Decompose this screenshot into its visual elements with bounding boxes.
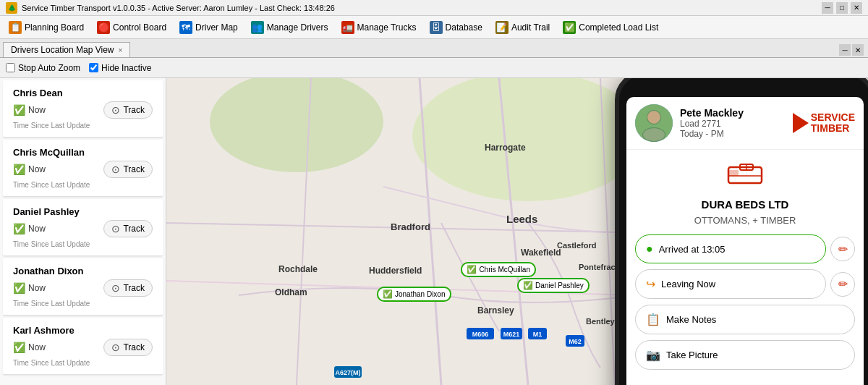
close-button[interactable]: ✕ (851, 2, 862, 14)
driver-status-4: ✅ Now (13, 342, 46, 353)
svg-text:M621: M621 (503, 331, 520, 338)
svg-point-45 (643, 128, 665, 141)
pin-label-chris-mcquillan: Chris McQuillan (479, 266, 530, 274)
manage-trucks-label: Manage Trucks (357, 22, 417, 33)
menu-driver-map[interactable]: 🗺 Driver Map (174, 18, 244, 37)
restore-button[interactable]: □ (836, 2, 848, 14)
track-label-4: Track (123, 342, 145, 352)
menu-database[interactable]: 🗄 Database (424, 18, 488, 37)
logo-triangle (793, 113, 809, 133)
driver-status-1: ✅ Now (13, 164, 46, 175)
stop-auto-zoom-checkbox[interactable] (6, 63, 15, 72)
driver-card-karl-ashmore: Karl Ashmore ✅ Now ⊙ Track Time Since La… (3, 318, 163, 375)
driver-card-jonathan-dixon: Jonathan Dixon ✅ Now ⊙ Track Time Since … (3, 258, 163, 316)
minimize-button[interactable]: ─ (822, 2, 833, 14)
menu-bar: 📋 Planning Board 🔴 Control Board 🗺 Drive… (0, 16, 868, 39)
svg-text:Wakefield: Wakefield (521, 248, 561, 258)
app-title: Service Timber Transport v1.0.0.35 - Act… (22, 4, 335, 12)
track-icon-3: ⊙ (111, 282, 120, 294)
arrived-edit-button[interactable]: ✏ (830, 237, 855, 261)
status-icon-0: ✅ (13, 104, 25, 116)
menu-completed-load-list[interactable]: ✅ Completed Load List (557, 18, 664, 37)
map-pin-daniel-pashley[interactable]: ✅ Daniel Pashley (517, 278, 590, 293)
take-picture-button[interactable]: 📷 Take Picture (635, 340, 855, 370)
action-row-arrived: ● Arrived at 13:05 ✏ (635, 234, 855, 263)
phone-order-desc: OTTOMANS, + TIMBER (635, 215, 855, 226)
phone-overlay: Pete Mackley Load 2771 Today - PM SERVIC… (600, 78, 868, 385)
make-notes-button[interactable]: 📋 Make Notes (635, 305, 855, 334)
driver-card-row-3: ✅ Now ⊙ Track (13, 279, 153, 297)
drivers-sidebar: Chris Dean ✅ Now ⊙ Track Time Since Last… (0, 78, 166, 385)
planning-board-label: Planning Board (25, 22, 84, 33)
hide-inactive-label[interactable]: Hide Inactive (89, 63, 151, 73)
tab-bar-minimize[interactable]: ─ (839, 44, 851, 56)
status-icon-1: ✅ (13, 164, 25, 175)
track-button-3[interactable]: ⊙ Track (103, 279, 153, 297)
tab-bar-close[interactable]: ✕ (852, 44, 864, 56)
track-button-4[interactable]: ⊙ Track (103, 339, 153, 356)
driver-map-label: Driver Map (195, 22, 238, 33)
leaving-now-icon: ↪ (646, 277, 655, 291)
track-button-1[interactable]: ⊙ Track (103, 161, 153, 178)
arrived-button[interactable]: ● Arrived at 13:05 (635, 234, 826, 263)
title-bar-controls[interactable]: ─ □ ✕ (822, 2, 862, 14)
pin-label-jonathan-dixon: Jonathan Dixon (395, 290, 446, 298)
menu-manage-drivers[interactable]: 👥 Manage Drivers (245, 18, 334, 37)
time-since-2: Time Since Last Update (13, 240, 153, 248)
hide-inactive-checkbox[interactable] (89, 63, 98, 72)
status-icon-3: ✅ (13, 282, 25, 294)
delivery-icon (635, 161, 855, 195)
menu-manage-trucks[interactable]: 🚛 Manage Trucks (336, 18, 422, 37)
manage-drivers-icon: 👥 (251, 21, 264, 34)
arrived-label: Arrived at 13:05 (659, 244, 726, 255)
database-icon: 🗄 (430, 21, 443, 34)
leaving-now-label: Leaving Now (661, 279, 715, 289)
phone-driver-name: Pete Mackley (680, 107, 786, 119)
stop-auto-zoom-text: Stop Auto Zoom (18, 63, 80, 73)
phone-date: Today - PM (680, 129, 786, 139)
driver-card-daniel-pashley: Daniel Pashley ✅ Now ⊙ Track Time Since … (3, 199, 163, 256)
driver-status-3: ✅ Now (13, 282, 46, 294)
menu-planning-board[interactable]: 📋 Planning Board (3, 18, 90, 37)
make-notes-icon: 📋 (646, 313, 660, 326)
svg-text:Bradford: Bradford (391, 221, 430, 232)
tab-close-button[interactable]: × (119, 46, 123, 54)
svg-text:M606: M606 (472, 331, 489, 338)
svg-text:A627(M): A627(M) (335, 369, 360, 376)
driver-card-chris-dean: Chris Dean ✅ Now ⊙ Track Time Since Last… (3, 80, 163, 138)
driver-name-1: Chris McQuillan (13, 147, 153, 158)
action-row-make-notes: 📋 Make Notes (635, 305, 855, 334)
completed-load-list-icon: ✅ (563, 21, 576, 34)
menu-control-board[interactable]: 🔴 Control Board (91, 18, 172, 37)
driver-card-row-2: ✅ Now ⊙ Track (13, 220, 153, 237)
manage-drivers-label: Manage Drivers (267, 22, 328, 33)
leaving-now-button[interactable]: ↪ Leaving Now (635, 269, 826, 299)
pin-icon-chris-mcquillan: ✅ (467, 265, 477, 274)
take-picture-label: Take Picture (666, 350, 718, 360)
tab-drivers-location-map-view[interactable]: Drivers Location Map View × (3, 42, 130, 57)
track-label-1: Track (123, 164, 145, 174)
phone-logo: SERVICETIMBER (793, 112, 855, 135)
status-icon-2: ✅ (13, 223, 25, 234)
svg-text:Barnsley: Barnsley (477, 305, 514, 316)
track-button-0[interactable]: ⊙ Track (103, 101, 153, 119)
driver-name-4: Karl Ashmore (13, 325, 153, 336)
map-area[interactable]: M606 M621 M1 M62 A1(M) M180 A627(M) Nort… (166, 78, 868, 385)
phone-header: Pete Mackley Load 2771 Today - PM SERVIC… (626, 97, 864, 150)
database-label: Database (446, 22, 482, 33)
driver-card-row-0: ✅ Now ⊙ Track (13, 101, 153, 119)
phone-company-name: DURA BEDS LTD (635, 198, 855, 211)
menu-audit-trail[interactable]: 📝 Audit Trail (490, 18, 556, 37)
leaving-now-edit-button[interactable]: ✏ (830, 272, 855, 297)
stop-auto-zoom-label[interactable]: Stop Auto Zoom (6, 63, 80, 73)
track-button-2[interactable]: ⊙ Track (103, 220, 153, 237)
driver-card-row-4: ✅ Now ⊙ Track (13, 339, 153, 356)
map-pin-chris-mcquillan[interactable]: ✅ Chris McQuillan (461, 262, 536, 277)
audit-trail-icon: 📝 (495, 21, 509, 34)
track-label-3: Track (123, 283, 145, 293)
driver-name-3: Jonathan Dixon (13, 266, 153, 276)
pin-icon-daniel-pashley: ✅ (523, 281, 533, 290)
map-pin-jonathan-dixon[interactable]: ✅ Jonathan Dixon (377, 287, 451, 302)
pin-label-daniel-pashley: Daniel Pashley (535, 282, 584, 289)
content-area: Stop Auto Zoom Hide Inactive Chris Dean … (0, 58, 868, 385)
